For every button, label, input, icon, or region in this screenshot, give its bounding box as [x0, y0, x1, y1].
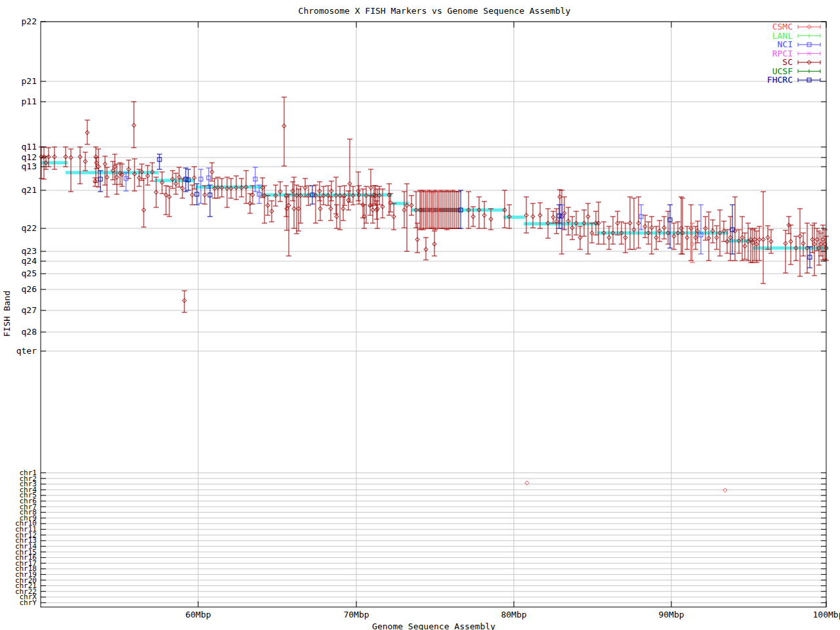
y-tick-q23: q23	[22, 246, 37, 256]
y-tick-q13: q13	[22, 161, 37, 171]
x-tick-60Mbp: 60Mbp	[185, 610, 211, 620]
y-tick-q25: q25	[22, 268, 37, 278]
legend: CSMCLANLNCIRPCISCUCSFFHCRC	[767, 22, 820, 85]
x-tick-90Mbp: 90Mbp	[658, 610, 684, 620]
y-tick-q21: q21	[22, 185, 37, 195]
y-tick-labels: p22p21p11q11q12q13q21q22q23q24q25q26q27q…	[15, 16, 37, 607]
y-tick-q27: q27	[22, 305, 37, 315]
y-tick-q24: q24	[22, 256, 37, 266]
plot-border	[41, 22, 826, 607]
y-tick-q26: q26	[22, 284, 37, 294]
x-tick-100Mbp: 100Mbp	[813, 610, 840, 620]
y-tick-qter: qter	[16, 346, 37, 356]
legend-label-FHCRC: FHCRC	[767, 75, 793, 85]
y-tick-chrY: chrY	[20, 598, 37, 607]
x-tick-70Mbp: 70Mbp	[343, 610, 369, 620]
series-SC	[39, 97, 829, 312]
legend-entry-FHCRC: FHCRC	[767, 75, 820, 85]
gridlines	[41, 22, 826, 607]
y-tick-q12: q12	[22, 152, 37, 162]
y-tick-p22: p22	[22, 16, 37, 26]
y-tick-q22: q22	[22, 223, 37, 233]
x-axis-label: Genome Sequence Assembly	[372, 621, 495, 630]
chart-title: Chromosome X FISH Markers vs Genome Sequ…	[299, 6, 571, 16]
x-tick-80Mbp: 80Mbp	[501, 610, 526, 620]
y-tick-p21: p21	[22, 76, 37, 86]
y-tick-p11: p11	[22, 96, 37, 106]
chromosome-fish-plot: p22p21p11q11q12q13q21q22q23q24q25q26q27q…	[0, 0, 840, 630]
y-tick-q11: q11	[22, 142, 37, 152]
series-CSMC	[424, 192, 727, 492]
tick-marks	[41, 22, 826, 607]
x-tick-labels: 60Mbp70Mbp80Mbp90Mbp100Mbp	[185, 610, 840, 620]
y-axis-label: FISH Band	[2, 291, 12, 337]
legend-entry-RPCI: RPCI	[772, 49, 820, 58]
y-tick-q28: q28	[22, 327, 37, 337]
